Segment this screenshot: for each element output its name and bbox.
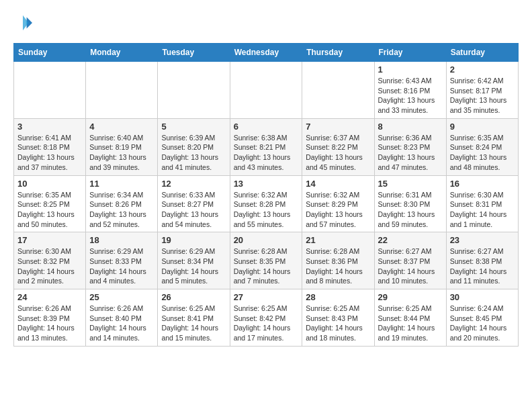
calendar-cell — [14, 62, 86, 119]
day-info: Sunrise: 6:32 AMSunset: 8:28 PMDaylight:… — [234, 190, 299, 230]
day-info: Sunrise: 6:28 AMSunset: 8:36 PMDaylight:… — [306, 246, 370, 286]
day-number: 24 — [17, 292, 82, 302]
calendar-cell: 29Sunrise: 6:25 AMSunset: 8:44 PMDayligh… — [374, 289, 446, 347]
calendar-cell: 6Sunrise: 6:38 AMSunset: 8:21 PMDaylight… — [230, 118, 302, 175]
day-info: Sunrise: 6:26 AMSunset: 8:40 PMDaylight:… — [89, 304, 154, 343]
day-info: Sunrise: 6:39 AMSunset: 8:20 PMDaylight:… — [161, 133, 226, 173]
calendar-cell: 19Sunrise: 6:29 AMSunset: 8:34 PMDayligh… — [158, 232, 230, 289]
calendar-cell: 22Sunrise: 6:27 AMSunset: 8:37 PMDayligh… — [374, 232, 446, 289]
day-info: Sunrise: 6:31 AMSunset: 8:30 PMDaylight:… — [378, 190, 443, 230]
calendar-cell: 16Sunrise: 6:30 AMSunset: 8:31 PMDayligh… — [446, 175, 518, 232]
day-info: Sunrise: 6:26 AMSunset: 8:39 PMDaylight:… — [17, 304, 82, 343]
day-info: Sunrise: 6:28 AMSunset: 8:35 PMDaylight:… — [234, 246, 299, 286]
day-number: 9 — [450, 122, 515, 132]
day-info: Sunrise: 6:25 AMSunset: 8:43 PMDaylight:… — [306, 304, 370, 343]
weekday-header-thursday: Thursday — [302, 44, 374, 62]
calendar-cell: 5Sunrise: 6:39 AMSunset: 8:20 PMDaylight… — [158, 118, 230, 175]
day-number: 19 — [161, 235, 226, 245]
calendar-cell: 7Sunrise: 6:37 AMSunset: 8:22 PMDaylight… — [302, 118, 374, 175]
calendar-cell: 20Sunrise: 6:28 AMSunset: 8:35 PMDayligh… — [230, 232, 302, 289]
calendar-cell: 3Sunrise: 6:41 AMSunset: 8:18 PMDaylight… — [14, 118, 86, 175]
calendar-table: SundayMondayTuesdayWednesdayThursdayFrid… — [13, 43, 519, 347]
day-info: Sunrise: 6:43 AMSunset: 8:16 PMDaylight:… — [378, 76, 443, 116]
weekday-header-saturday: Saturday — [446, 44, 518, 62]
day-info: Sunrise: 6:25 AMSunset: 8:41 PMDaylight:… — [161, 304, 226, 343]
calendar-cell: 23Sunrise: 6:27 AMSunset: 8:38 PMDayligh… — [446, 232, 518, 289]
day-number: 3 — [17, 122, 82, 132]
day-number: 13 — [234, 179, 299, 189]
calendar-cell: 15Sunrise: 6:31 AMSunset: 8:30 PMDayligh… — [374, 175, 446, 232]
day-info: Sunrise: 6:41 AMSunset: 8:18 PMDaylight:… — [17, 133, 82, 173]
day-number: 11 — [89, 179, 154, 189]
day-number: 10 — [17, 179, 82, 189]
day-number: 28 — [306, 292, 370, 302]
day-info: Sunrise: 6:35 AMSunset: 8:24 PMDaylight:… — [450, 133, 515, 173]
day-info: Sunrise: 6:32 AMSunset: 8:29 PMDaylight:… — [306, 190, 370, 230]
weekday-header-monday: Monday — [86, 44, 158, 62]
day-number: 22 — [378, 235, 443, 245]
calendar-cell: 9Sunrise: 6:35 AMSunset: 8:24 PMDaylight… — [446, 118, 518, 175]
day-number: 7 — [306, 122, 370, 132]
day-number: 23 — [450, 235, 515, 245]
day-number: 21 — [306, 235, 370, 245]
day-number: 29 — [378, 292, 443, 302]
week-row-3: 10Sunrise: 6:35 AMSunset: 8:25 PMDayligh… — [14, 175, 519, 232]
calendar-cell: 13Sunrise: 6:32 AMSunset: 8:28 PMDayligh… — [230, 175, 302, 232]
calendar-cell: 14Sunrise: 6:32 AMSunset: 8:29 PMDayligh… — [302, 175, 374, 232]
day-number: 5 — [161, 122, 226, 132]
day-info: Sunrise: 6:25 AMSunset: 8:44 PMDaylight:… — [378, 304, 443, 343]
day-info: Sunrise: 6:24 AMSunset: 8:45 PMDaylight:… — [450, 304, 515, 343]
day-number: 25 — [89, 292, 154, 302]
day-number: 2 — [450, 64, 515, 75]
day-info: Sunrise: 6:25 AMSunset: 8:42 PMDaylight:… — [234, 304, 299, 343]
calendar-cell — [86, 62, 158, 119]
weekday-header-tuesday: Tuesday — [158, 44, 230, 62]
calendar-cell: 11Sunrise: 6:34 AMSunset: 8:26 PMDayligh… — [86, 175, 158, 232]
weekday-header-sunday: Sunday — [14, 44, 86, 62]
calendar-cell — [230, 62, 302, 119]
calendar-cell: 12Sunrise: 6:33 AMSunset: 8:27 PMDayligh… — [158, 175, 230, 232]
day-info: Sunrise: 6:37 AMSunset: 8:22 PMDaylight:… — [306, 133, 370, 173]
day-number: 18 — [89, 235, 154, 245]
calendar-cell: 10Sunrise: 6:35 AMSunset: 8:25 PMDayligh… — [14, 175, 86, 232]
week-row-4: 17Sunrise: 6:30 AMSunset: 8:32 PMDayligh… — [14, 232, 519, 289]
calendar-cell — [302, 62, 374, 119]
calendar-cell: 27Sunrise: 6:25 AMSunset: 8:42 PMDayligh… — [230, 289, 302, 347]
weekday-header-row: SundayMondayTuesdayWednesdayThursdayFrid… — [14, 44, 519, 62]
day-number: 27 — [234, 292, 299, 302]
calendar-cell: 2Sunrise: 6:42 AMSunset: 8:17 PMDaylight… — [446, 62, 518, 119]
day-number: 26 — [161, 292, 226, 302]
day-number: 4 — [89, 122, 154, 132]
calendar-cell: 18Sunrise: 6:29 AMSunset: 8:33 PMDayligh… — [86, 232, 158, 289]
calendar-cell: 28Sunrise: 6:25 AMSunset: 8:43 PMDayligh… — [302, 289, 374, 347]
week-row-2: 3Sunrise: 6:41 AMSunset: 8:18 PMDaylight… — [14, 118, 519, 175]
weekday-header-friday: Friday — [374, 44, 446, 62]
day-info: Sunrise: 6:29 AMSunset: 8:34 PMDaylight:… — [161, 246, 226, 286]
day-info: Sunrise: 6:42 AMSunset: 8:17 PMDaylight:… — [450, 76, 515, 116]
day-info: Sunrise: 6:35 AMSunset: 8:25 PMDaylight:… — [17, 190, 82, 230]
day-info: Sunrise: 6:29 AMSunset: 8:33 PMDaylight:… — [89, 246, 154, 286]
calendar-cell: 8Sunrise: 6:36 AMSunset: 8:23 PMDaylight… — [374, 118, 446, 175]
day-info: Sunrise: 6:27 AMSunset: 8:37 PMDaylight:… — [378, 246, 443, 286]
day-number: 17 — [17, 235, 82, 245]
day-number: 1 — [378, 64, 443, 75]
page-header — [13, 13, 519, 32]
day-info: Sunrise: 6:30 AMSunset: 8:32 PMDaylight:… — [17, 246, 82, 286]
calendar-cell: 30Sunrise: 6:24 AMSunset: 8:45 PMDayligh… — [446, 289, 518, 347]
calendar-cell: 25Sunrise: 6:26 AMSunset: 8:40 PMDayligh… — [86, 289, 158, 347]
day-info: Sunrise: 6:38 AMSunset: 8:21 PMDaylight:… — [234, 133, 299, 173]
calendar-cell: 17Sunrise: 6:30 AMSunset: 8:32 PMDayligh… — [14, 232, 86, 289]
day-number: 14 — [306, 179, 370, 189]
calendar-cell: 21Sunrise: 6:28 AMSunset: 8:36 PMDayligh… — [302, 232, 374, 289]
day-number: 16 — [450, 179, 515, 189]
weekday-header-wednesday: Wednesday — [230, 44, 302, 62]
day-info: Sunrise: 6:27 AMSunset: 8:38 PMDaylight:… — [450, 246, 515, 286]
week-row-5: 24Sunrise: 6:26 AMSunset: 8:39 PMDayligh… — [14, 289, 519, 347]
day-info: Sunrise: 6:40 AMSunset: 8:19 PMDaylight:… — [89, 133, 154, 173]
week-row-1: 1Sunrise: 6:43 AMSunset: 8:16 PMDaylight… — [14, 62, 519, 119]
day-number: 15 — [378, 179, 443, 189]
calendar-cell: 4Sunrise: 6:40 AMSunset: 8:19 PMDaylight… — [86, 118, 158, 175]
calendar-cell: 26Sunrise: 6:25 AMSunset: 8:41 PMDayligh… — [158, 289, 230, 347]
day-info: Sunrise: 6:34 AMSunset: 8:26 PMDaylight:… — [89, 190, 154, 230]
day-number: 6 — [234, 122, 299, 132]
